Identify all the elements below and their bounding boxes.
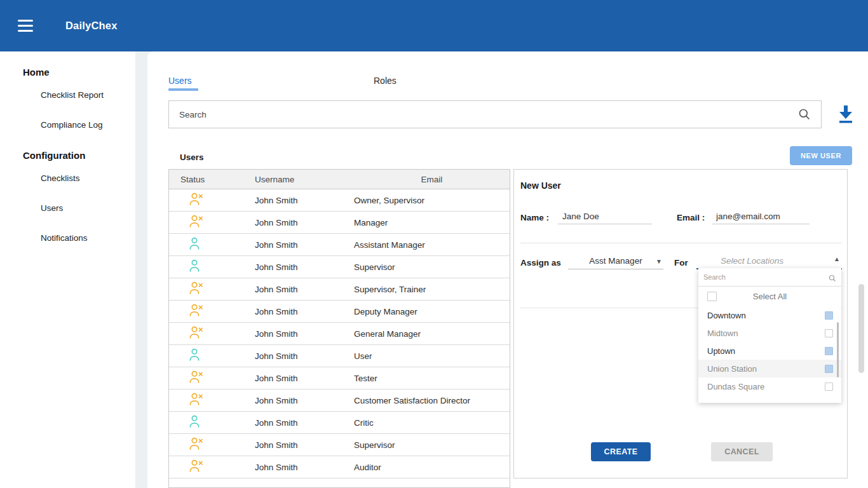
location-label: Union Station (707, 364, 757, 374)
table-row[interactable]: John Smith Supervisor (169, 256, 510, 278)
dropdown-search-input[interactable] (698, 268, 825, 285)
cell-email: User (354, 351, 510, 361)
cell-username: John Smith (255, 374, 354, 383)
table-row[interactable]: John Smith Supervisor (169, 434, 510, 456)
cell-username: John Smith (255, 240, 354, 250)
for-label: For (674, 258, 688, 268)
location-option-uptown[interactable]: Uptown (698, 342, 841, 360)
new-user-button[interactable]: NEW USER (790, 146, 852, 165)
dropdown-scrollbar-thumb[interactable] (837, 322, 839, 377)
cell-username: John Smith (255, 396, 354, 405)
table-row[interactable]: John Smith Owner, Supervisor (169, 189, 510, 212)
sidebar-item-notifications[interactable]: Notifications (41, 233, 135, 243)
cell-username: John Smith (255, 285, 354, 294)
table-row[interactable]: John Smith Customer Satisfaction Directo… (169, 390, 510, 412)
cell-email: Supervisor (354, 440, 510, 450)
cell-username: John Smith (255, 351, 354, 361)
page-scrollbar-thumb[interactable] (858, 284, 864, 373)
table-row[interactable]: John Smith Critic (169, 412, 510, 434)
location-option-union-station[interactable]: Union Station (698, 360, 841, 377)
create-button[interactable]: CREATE (591, 442, 651, 461)
table-row[interactable]: John Smith Tester (169, 367, 510, 390)
name-field[interactable] (558, 209, 652, 224)
cell-email: Critic (354, 418, 510, 428)
search-input[interactable] (179, 101, 802, 128)
user-status-inactive-icon (188, 303, 205, 320)
email-label: Email : (677, 213, 705, 222)
email-field[interactable] (712, 209, 810, 224)
dropdown-search-box (698, 268, 841, 287)
sidebar-section-configuration[interactable]: Configuration (23, 150, 135, 161)
cell-username: John Smith (255, 440, 354, 450)
new-user-panel: New User Name : Email : Assign as Asst M… (513, 169, 848, 478)
column-header-email: Email (354, 175, 510, 184)
location-option-dundas-square[interactable]: Dundas Square (698, 377, 841, 395)
user-status-active-icon (188, 259, 205, 275)
user-status-inactive-icon (188, 281, 205, 297)
location-checkbox[interactable] (825, 383, 833, 391)
sidebar-item-checklist-report[interactable]: Checklist Report (41, 90, 135, 100)
table-row[interactable]: John Smith User (169, 345, 510, 367)
users-section-title: Users (180, 152, 204, 162)
users-search-box (168, 100, 822, 128)
sidebar-item-compliance-log[interactable]: Compliance Log (41, 120, 135, 130)
locations-select[interactable]: Select Locations ▲ (696, 254, 842, 269)
locations-options: Downtown Midtown Uptown Union Station Du… (698, 306, 841, 395)
download-icon[interactable] (837, 105, 854, 124)
table-row[interactable]: John Smith Manager (169, 212, 510, 234)
cell-email: Supervisor (354, 262, 510, 272)
location-checkbox[interactable] (825, 347, 833, 355)
tab-bar: UsersRoles (168, 76, 572, 91)
location-checkbox[interactable] (825, 365, 833, 373)
table-row[interactable]: John Smith Assistant Manager (169, 234, 510, 256)
table-header-row: Status Username Email (169, 170, 510, 189)
user-status-inactive-icon (188, 370, 205, 386)
hamburger-menu-icon[interactable] (18, 20, 33, 32)
chevron-down-icon: ▼ (656, 255, 662, 269)
assign-as-label: Assign as (520, 258, 561, 268)
table-row[interactable]: John Smith Deputy Manager (169, 301, 510, 323)
sidebar-section-home[interactable]: Home (23, 67, 135, 78)
user-status-inactive-icon (188, 459, 205, 475)
table-row[interactable]: John Smith Supervisor, Trainer (169, 278, 510, 301)
cell-username: John Smith (255, 307, 354, 316)
assign-as-select[interactable]: Asst Manager ▼ (568, 254, 663, 269)
column-header-username: Username (255, 175, 354, 184)
cell-email: Manager (354, 218, 510, 227)
location-option-midtown[interactable]: Midtown (698, 324, 841, 342)
select-all-label: Select All (698, 292, 841, 301)
location-checkbox[interactable] (825, 329, 833, 337)
users-table: Status Username Email John Smith Owner, … (168, 169, 510, 488)
tab-users[interactable]: Users (168, 76, 198, 91)
cancel-button[interactable]: CANCEL (711, 442, 773, 461)
user-status-active-icon (188, 348, 205, 364)
location-checkbox[interactable] (825, 311, 833, 320)
app-title: DailyChex (65, 20, 118, 32)
cell-username: John Smith (255, 463, 354, 472)
locations-dropdown: Select All Downtown Midtown Uptown Union… (698, 268, 841, 403)
name-label: Name : (520, 213, 549, 222)
search-icon[interactable] (798, 108, 811, 123)
tab-roles[interactable]: Roles (374, 76, 397, 91)
select-all-checkbox[interactable] (707, 292, 717, 301)
assign-as-value: Asst Manager (589, 256, 642, 266)
cell-email: Auditor (354, 463, 510, 472)
user-status-inactive-icon (188, 325, 205, 342)
location-label: Uptown (707, 346, 735, 356)
sidebar-item-users[interactable]: Users (41, 203, 135, 213)
location-label: Midtown (707, 329, 738, 338)
cell-username: John Smith (255, 262, 354, 272)
panel-title: New User (520, 180, 561, 191)
cell-username: John Smith (255, 418, 354, 428)
user-status-inactive-icon (188, 192, 205, 208)
cell-email: Deputy Manager (354, 307, 510, 316)
select-all-row[interactable]: Select All (698, 287, 841, 306)
table-row[interactable]: John Smith Auditor (169, 456, 510, 478)
cell-username: John Smith (255, 329, 354, 339)
app-header: DailyChex (0, 0, 868, 51)
table-row[interactable]: John Smith General Manager (169, 323, 510, 345)
sidebar-item-checklists[interactable]: Checklists (41, 173, 135, 183)
cell-username: John Smith (255, 218, 354, 227)
cell-email: Owner, Supervisor (354, 196, 510, 205)
location-option-downtown[interactable]: Downtown (698, 306, 841, 324)
